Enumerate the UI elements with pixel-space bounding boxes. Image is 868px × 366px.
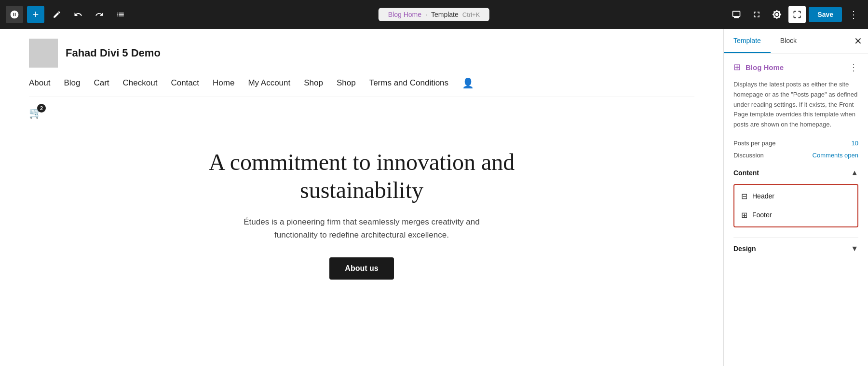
hero-section: A commitment to innovation and sustainab…: [0, 119, 723, 299]
header-label: Header: [752, 192, 774, 200]
block-editor-view-button[interactable]: [788, 6, 806, 23]
nav-item-cart[interactable]: Cart: [94, 78, 109, 88]
content-section-title: Content: [733, 169, 759, 177]
document-title[interactable]: Blog Home · Template Ctrl+K: [379, 8, 489, 21]
hero-subtitle: Études is a pioneering firm that seamles…: [227, 215, 497, 241]
cart-button[interactable]: 🛒 2: [29, 107, 42, 119]
site-name: Fahad Divi 5 Demo: [66, 47, 161, 59]
sidebar-close-button[interactable]: ✕: [854, 35, 862, 47]
nav-item-checkout[interactable]: Checkout: [123, 78, 158, 88]
blog-description: Displays the latest posts as either the …: [733, 80, 858, 130]
discussion-row: Discussion Comments open: [733, 152, 858, 159]
blog-home-icon: ⊞: [733, 62, 741, 72]
design-section-toggle[interactable]: ▼: [851, 244, 858, 253]
redo-button[interactable]: [91, 6, 108, 23]
list-view-button[interactable]: [112, 6, 129, 23]
content-items-list: ⊟ Header ⊞ Footer: [733, 184, 858, 227]
nav-item-shop1[interactable]: Shop: [304, 78, 323, 88]
blog-home-title: Blog Home: [388, 11, 421, 18]
design-section-header: Design ▼: [733, 237, 858, 260]
nav-item-blog[interactable]: Blog: [64, 78, 80, 88]
fullscreen-button[interactable]: [748, 6, 765, 23]
toolbar-right: Save ⋮: [728, 6, 862, 23]
site-logo: [29, 39, 58, 68]
sidebar-menu-button[interactable]: ⋮: [849, 61, 858, 73]
nav-item-home[interactable]: Home: [213, 78, 234, 88]
content-section-toggle[interactable]: ▲: [851, 169, 858, 177]
add-block-button[interactable]: +: [27, 6, 44, 23]
design-section-title: Design: [733, 245, 756, 253]
posts-per-page-value[interactable]: 10: [852, 140, 858, 147]
footer-icon: ⊞: [741, 211, 747, 220]
toolbar: + Blog Home · Template Ctrl+K: [0, 0, 868, 29]
sidebar-content: ⊞ Blog Home ⋮ Displays the latest posts …: [724, 54, 868, 366]
blog-home-label: Blog Home: [746, 63, 784, 71]
wp-logo[interactable]: [6, 6, 23, 23]
blog-home-section: ⊞ Blog Home ⋮: [733, 61, 858, 73]
tab-template[interactable]: Template: [724, 29, 771, 53]
posts-per-page-row: Posts per page 10: [733, 140, 858, 147]
undo-button[interactable]: [69, 6, 87, 23]
content-section-header: Content ▲: [733, 169, 858, 177]
tab-block[interactable]: Block: [771, 29, 806, 53]
sidebar-tabs: Template Block ✕: [724, 29, 868, 54]
footer-item[interactable]: ⊞ Footer: [734, 206, 857, 225]
header-item[interactable]: ⊟ Header: [734, 187, 857, 206]
right-sidebar: Template Block ✕ ⊞ Blog Home ⋮ Displays …: [723, 29, 868, 366]
cart-area: 🛒 2: [0, 97, 723, 119]
about-us-button[interactable]: About us: [329, 257, 393, 280]
nav-item-shop2[interactable]: Shop: [337, 78, 356, 88]
save-button[interactable]: Save: [809, 7, 842, 22]
site-nav: About Blog Cart Checkout Contact Home My…: [29, 77, 694, 97]
sidebar-meta: Posts per page 10 Discussion Comments op…: [733, 140, 858, 159]
canvas: Fahad Divi 5 Demo About Blog Cart Checko…: [0, 29, 723, 366]
user-icon[interactable]: 👤: [462, 77, 474, 89]
nav-item-about[interactable]: About: [29, 78, 50, 88]
nav-item-contact[interactable]: Contact: [171, 78, 199, 88]
theme-toggle-button[interactable]: [768, 6, 786, 23]
header-icon: ⊟: [741, 192, 747, 201]
site-header: Fahad Divi 5 Demo About Blog Cart Checko…: [0, 29, 723, 97]
site-brand: Fahad Divi 5 Demo: [29, 39, 694, 68]
desktop-view-button[interactable]: [728, 6, 745, 23]
cart-count: 2: [37, 104, 46, 113]
discussion-value[interactable]: Comments open: [813, 152, 858, 159]
keyboard-shortcut: Ctrl+K: [462, 11, 480, 18]
footer-label: Footer: [752, 211, 772, 219]
template-label: Template: [431, 11, 459, 18]
hero-title: A commitment to innovation and sustainab…: [193, 148, 530, 204]
more-options-button[interactable]: ⋮: [845, 6, 862, 23]
canvas-wrapper: Fahad Divi 5 Demo About Blog Cart Checko…: [0, 29, 723, 366]
discussion-label: Discussion: [733, 152, 764, 159]
edit-tool-button[interactable]: [48, 6, 66, 23]
nav-item-myaccount[interactable]: My Account: [248, 78, 290, 88]
nav-item-terms[interactable]: Terms and Conditions: [369, 78, 448, 88]
main-area: Fahad Divi 5 Demo About Blog Cart Checko…: [0, 29, 868, 366]
posts-per-page-label: Posts per page: [733, 140, 775, 147]
